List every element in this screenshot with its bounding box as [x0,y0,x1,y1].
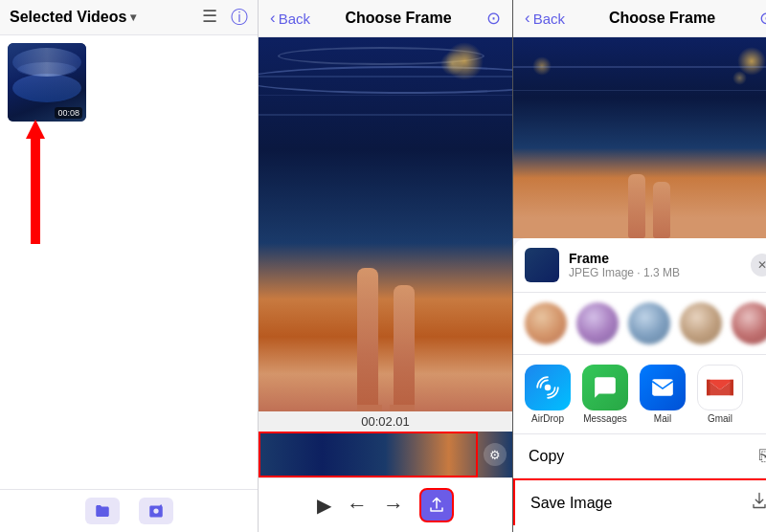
right-preview-img [513,37,766,238]
share-sheet-header: Frame JPEG Image · 1.3 MB ✕ [513,238,766,293]
svg-rect-2 [652,379,673,395]
right-back-button[interactable]: ‹ Back [525,9,565,28]
middle-panel: ‹ Back Choose Frame ⊙ 00:02.01 [259,0,513,532]
right-leg-l [628,174,645,238]
messages-svg [593,375,618,400]
gold-reflection-2 [440,52,464,76]
back-chevron-icon: ‹ [270,9,276,28]
share-file-name: Frame [569,251,751,266]
contacts-row [513,293,766,355]
right-leg-r [653,182,670,238]
share-icon [428,497,445,514]
leg-left [357,268,378,411]
playback-controls: ▶ ← → [259,477,512,532]
right-title: Choose Frame [565,10,759,27]
messages-label: Messages [583,413,627,424]
airdrop-icon [525,365,571,410]
gmail-icon [697,365,743,410]
camera-button[interactable] [139,498,173,524]
close-icon: ✕ [757,258,766,272]
camera-icon [147,502,165,520]
mail-app-icon[interactable]: Mail [640,365,686,424]
middle-video-preview [259,37,512,411]
gmail-app-icon[interactable]: Gmail [697,365,743,424]
contact-avatar-5[interactable] [732,302,766,344]
foot-left [357,405,382,411]
play-button[interactable]: ▶ [317,494,331,517]
right-preview [513,37,766,238]
selected-videos-title: Selected Videos ▾ [10,9,136,26]
svg-marker-0 [26,120,45,244]
save-image-icon [751,492,766,514]
video-duration: 00:08 [55,107,82,119]
folder-button[interactable] [85,498,120,524]
middle-header: ‹ Back Choose Frame ⊙ [259,0,512,37]
mail-icon [640,365,686,410]
filmstrip: ⚙ [259,432,512,477]
left-panel: Selected Videos ▾ ☰ ⓘ 00:08 [0,0,259,532]
right-panel: ‹ Back Choose Frame ⊙ Frame JPEG Image ·… [513,0,766,532]
save-icon-svg [751,492,766,509]
mail-label: Mail [654,413,671,424]
video-preview-bg [259,37,512,411]
foot-right [390,405,415,411]
share-thumbnail [525,248,559,282]
contact-avatar-1[interactable] [525,302,567,344]
right-forward-icon[interactable]: ⊙ [759,8,766,29]
share-sheet: Frame JPEG Image · 1.3 MB ✕ [513,238,766,532]
right-header: ‹ Back Choose Frame ⊙ [513,0,766,37]
gmail-label: Gmail [708,413,732,424]
contact-avatar-4[interactable] [680,302,722,344]
mail-svg [650,375,675,400]
copy-icon: ⎘ [759,446,766,466]
video-grid: 00:08 [0,35,258,489]
next-frame-button[interactable]: → [383,493,404,518]
messages-icon [582,365,628,410]
share-close-button[interactable]: ✕ [751,254,766,277]
middle-title: Choose Frame [310,10,486,27]
folder-icon [94,502,111,520]
right-back-chevron-icon: ‹ [525,9,530,28]
app-icons-row: AirDrop Messages Mail [513,355,766,434]
middle-back-button[interactable]: ‹ Back [270,9,310,28]
legs-area [348,243,424,411]
annotation-arrow [21,120,69,244]
header-icons: ☰ ⓘ [202,6,248,29]
leg-right [394,285,415,411]
right-legs [620,158,678,238]
left-footer [0,489,258,532]
messages-app-icon[interactable]: Messages [582,365,628,424]
save-image-action[interactable]: Save Image [513,478,766,525]
filmstrip-selection [259,432,478,477]
share-file-meta: JPEG Image · 1.3 MB [569,266,751,279]
contact-avatar-2[interactable] [576,302,619,344]
airdrop-app-icon[interactable]: AirDrop [525,365,571,424]
title-text: Selected Videos [10,9,126,26]
save-image-label: Save Image [530,495,751,512]
gmail-svg [707,377,733,398]
copy-label: Copy [529,448,759,465]
share-button[interactable] [419,488,454,522]
timestamp-label: 00:02.01 [259,411,512,432]
svg-point-1 [545,385,552,391]
back-label: Back [279,11,310,27]
filmstrip-settings-icon[interactable]: ⚙ [484,443,507,466]
svg-rect-4 [731,380,734,395]
right-back-label: Back [533,11,565,27]
svg-rect-3 [707,380,710,395]
menu-icon[interactable]: ☰ [202,6,217,29]
share-file-info: Frame JPEG Image · 1.3 MB [569,251,751,279]
chevron-down-icon[interactable]: ▾ [130,11,136,24]
copy-action[interactable]: Copy ⎘ [513,434,766,478]
airdrop-label: AirDrop [531,413,564,424]
airdrop-svg [535,375,560,400]
left-header: Selected Videos ▾ ☰ ⓘ [0,0,258,35]
contact-avatar-3[interactable] [628,302,670,344]
video-thumbnail[interactable]: 00:08 [8,43,86,122]
prev-frame-button[interactable]: ← [347,493,368,518]
info-icon[interactable]: ⓘ [231,6,248,29]
forward-icon[interactable]: ⊙ [486,8,501,29]
